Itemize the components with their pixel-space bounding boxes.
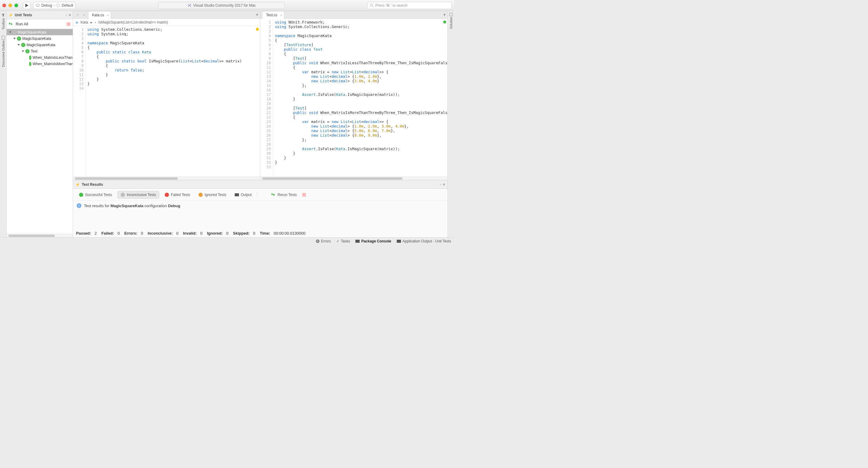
stop-rerun-button[interactable]: [302, 193, 306, 197]
close-window-icon[interactable]: [2, 4, 6, 7]
filter-failed[interactable]: Failed Tests: [162, 191, 193, 199]
class-icon: ◈: [75, 20, 78, 25]
status-package-console[interactable]: Package Console: [355, 239, 391, 243]
document-outline-tab[interactable]: Document Outline: [1, 36, 5, 67]
run-button[interactable]: [23, 2, 31, 9]
toolbox-tab[interactable]: T Toolbox: [1, 13, 5, 30]
tree-test-2[interactable]: ✓When_MatrixIsMoreThanThreeByThree_Then_…: [7, 61, 73, 67]
title-center: Visual Studio Community 2017 for Mac: [78, 2, 365, 9]
test-results-panel: ⚡ Test Results ▫ × Successful Tests Inco…: [73, 180, 447, 237]
terminal-icon: [397, 240, 401, 243]
tree-namespace[interactable]: ✓MagicSquareKata: [7, 42, 73, 48]
tree-class[interactable]: ✓Test: [7, 48, 73, 54]
pass-icon: ✓: [21, 43, 25, 47]
tree-test-1[interactable]: ✓When_MatrixIsLessThanThreeByThree_Then_…: [7, 54, 73, 61]
window-controls: [2, 4, 18, 7]
svg-rect-5: [2, 36, 5, 39]
check-icon: ✓: [336, 239, 339, 243]
editors-area: ‹ › Kata.cs × ▾ ◈ Kata ▸ ▪ IsMagicSquare…: [73, 11, 447, 237]
status-app-output[interactable]: Application Output - Unit Tests: [397, 239, 451, 243]
status-errors[interactable]: ×Errors: [316, 239, 331, 243]
filter-successful[interactable]: Successful Tests: [76, 191, 115, 199]
terminal-icon: [355, 240, 360, 243]
pane-menu-icon[interactable]: ▾: [443, 12, 445, 17]
code-left[interactable]: using System.Collections.Generic;using S…: [86, 26, 242, 176]
run-all-row: Run All: [7, 19, 73, 29]
dock-icon[interactable]: ▫: [440, 182, 441, 187]
gutter-left: 1234567891011121314: [73, 26, 86, 176]
editor-hscroll-right[interactable]: [260, 176, 447, 180]
rerun-tests-button[interactable]: Rerun Tests: [269, 191, 300, 199]
document-icon: [57, 4, 60, 7]
pass-icon: ✓: [29, 56, 31, 60]
svg-line-4: [372, 6, 373, 7]
nav-forward-button[interactable]: ›: [82, 12, 87, 17]
titlebar: Debug › Default Visual Studio Community …: [0, 0, 454, 11]
play-all-icon: [272, 193, 276, 197]
solution-tab[interactable]: Solution: [449, 13, 453, 29]
vs-logo-icon: [187, 3, 192, 7]
app-title-pill: Visual Studio Community 2017 for Mac: [158, 2, 285, 9]
chevron-right-icon: ›: [54, 3, 55, 7]
failed-icon: [165, 193, 169, 197]
lightning-icon: ⚡: [75, 182, 80, 187]
pass-icon: ✓: [17, 36, 21, 41]
pane-menu-icon[interactable]: ▾: [256, 12, 258, 17]
code-editor-test[interactable]: 1234567891011121314151617181920212223242…: [260, 19, 447, 176]
tree-project[interactable]: ✓MagicSquareKata: [7, 35, 73, 42]
search-input[interactable]: Press '⌘.' to search: [367, 2, 452, 9]
test-tree: MagicSquareKata ✓MagicSquareKata ✓MagicS…: [7, 29, 73, 234]
editor-hscroll-left[interactable]: [73, 176, 260, 180]
unit-tests-panel: ⚡ Unit Tests ▫ × Run All MagicSquareKata…: [7, 11, 73, 237]
minimize-window-icon[interactable]: [8, 4, 12, 7]
configuration-selector[interactable]: Debug › Default: [33, 2, 76, 9]
search-wrap: Press '⌘.' to search: [367, 2, 452, 9]
build-ok-icon: [443, 21, 446, 24]
tree-scrollbar[interactable]: [7, 234, 73, 237]
close-panel-icon[interactable]: ×: [443, 182, 445, 187]
svg-point-3: [370, 4, 373, 6]
inconclusive-icon: [121, 193, 125, 197]
svg-rect-1: [37, 6, 38, 7]
ring-icon: [13, 30, 16, 34]
nav-strip-left: ‹ › Kata.cs × ▾: [73, 11, 260, 19]
close-tab-icon[interactable]: ×: [107, 13, 109, 17]
run-all-button[interactable]: Run All: [16, 22, 28, 26]
results-stats: Passed: 2 Failed: 0 Errors: 0 Inconclusi…: [73, 229, 447, 237]
results-info-line: i Test results for MagicSquareKata confi…: [73, 201, 447, 210]
tree-solution[interactable]: MagicSquareKata: [7, 29, 73, 35]
results-filters: Successful Tests Inconclusive Tests Fail…: [73, 189, 447, 201]
lightning-icon: ⚡: [8, 13, 13, 17]
breadcrumb-left[interactable]: ◈ Kata ▸ ▪ IsMagicSquare(List<List<decim…: [73, 19, 260, 26]
dock-icon[interactable]: ▫: [66, 13, 67, 17]
test-results-header: ⚡ Test Results ▫ ×: [73, 180, 447, 189]
pass-icon: ✓: [29, 62, 31, 66]
status-tasks[interactable]: ✓Tasks: [336, 239, 350, 243]
chevron-right-icon: ▸: [91, 20, 92, 25]
info-icon: i: [76, 203, 82, 208]
success-icon: [79, 193, 83, 197]
play-all-icon[interactable]: [9, 22, 13, 26]
build-warning-icon: [256, 28, 259, 31]
target-label: Default: [62, 3, 73, 7]
pass-icon: ✓: [25, 49, 30, 54]
terminal-icon: [235, 193, 239, 196]
filter-output[interactable]: Output: [232, 191, 255, 199]
tab-kata[interactable]: Kata.cs ×: [88, 11, 111, 19]
svg-rect-6: [450, 13, 453, 16]
code-editor-kata[interactable]: 1234567891011121314 using System.Collect…: [73, 26, 260, 176]
stop-tests-button[interactable]: [67, 22, 70, 26]
filter-ignored[interactable]: Ignored Tests: [195, 191, 229, 199]
search-placeholder: Press '⌘.' to search: [375, 3, 408, 7]
svg-rect-2: [57, 4, 59, 7]
filter-inconclusive[interactable]: Inconclusive Tests: [117, 191, 159, 199]
unit-tests-header: ⚡ Unit Tests ▫ ×: [7, 11, 73, 19]
tab-test[interactable]: Test.cs ×: [262, 11, 284, 19]
zoom-window-icon[interactable]: [14, 4, 18, 7]
nav-back-button[interactable]: ‹: [75, 12, 80, 17]
unit-tests-title: Unit Tests: [15, 13, 32, 17]
document-icon: [1, 36, 5, 40]
close-panel-icon[interactable]: ×: [69, 13, 71, 17]
code-right[interactable]: using NUnit.Framework;using System.Colle…: [273, 19, 447, 176]
close-tab-icon[interactable]: ×: [280, 13, 282, 17]
